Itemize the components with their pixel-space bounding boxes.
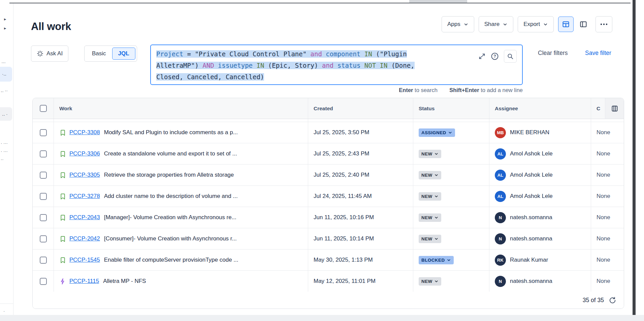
- view-toggle-group: [558, 17, 591, 32]
- expand-editor-button[interactable]: [478, 53, 486, 60]
- sidebar-chevron-icon[interactable]: ▸: [4, 17, 6, 21]
- detail-view-button[interactable]: [576, 17, 591, 32]
- jql-line-2: AlletraMP") AND issuetype IN (Epic, Stor…: [156, 60, 468, 71]
- apps-button-label: Apps: [447, 21, 460, 28]
- assignee-name: Amol Ashok Lele: [510, 193, 553, 200]
- row-checkbox[interactable]: [40, 235, 47, 242]
- issue-summary[interactable]: Enable filter of computeServer provision…: [104, 257, 238, 263]
- table-row: PCCP-2042 [Consumer]- Volume Creation wi…: [33, 228, 624, 250]
- assignee-cell: N natesh.somanna: [489, 228, 591, 249]
- share-button[interactable]: Share: [479, 16, 513, 32]
- avatar[interactable]: N: [495, 276, 506, 287]
- status-badge[interactable]: NEW: [419, 192, 441, 201]
- sidebar-ellipsis-icon[interactable]: …: [1, 59, 6, 64]
- issue-summary[interactable]: Alletra MP - NFS: [103, 278, 146, 285]
- issue-summary[interactable]: [Consumer]- Volume Creation with Asynchr…: [104, 235, 237, 242]
- row-checkbox[interactable]: [40, 193, 47, 200]
- status-badge[interactable]: ASSIGNED: [419, 128, 455, 137]
- column-header-status[interactable]: Status: [413, 98, 489, 119]
- issue-key-link[interactable]: PCCP-2042: [69, 235, 100, 242]
- avatar[interactable]: AL: [495, 170, 506, 181]
- apps-button[interactable]: Apps: [442, 16, 474, 32]
- story-icon: [59, 235, 66, 242]
- issue-summary[interactable]: [Manager]- Volume Creation with Asynchro…: [104, 214, 236, 221]
- jql-token: and: [307, 50, 326, 58]
- row-checkbox[interactable]: [40, 257, 47, 264]
- issue-key-link[interactable]: PCCP-3278: [69, 193, 100, 200]
- table-row: PCCP-3278 Add cluster name to the descri…: [33, 186, 624, 207]
- sidebar-item-fragment: ·: [3, 309, 5, 313]
- sidebar-chevron-icon[interactable]: ▸: [4, 26, 6, 30]
- table-row: PCCP-3305 Retrieve the storage propertie…: [33, 165, 624, 186]
- issue-summary[interactable]: Add cluster name to the description of v…: [104, 193, 238, 200]
- assignee-cell: N natesh.somanna: [489, 271, 591, 292]
- created-cell: Jul 24, 2025, 11:45 AM: [308, 186, 413, 207]
- row-checkbox[interactable]: [40, 214, 47, 221]
- status-badge[interactable]: NEW: [419, 235, 441, 243]
- ask-ai-button[interactable]: Ask AI: [31, 46, 68, 62]
- jql-search-button[interactable]: [504, 50, 517, 63]
- configure-columns-button[interactable]: [605, 98, 624, 119]
- assignee-name: Amol Ashok Lele: [510, 150, 553, 157]
- table-view-button[interactable]: [558, 17, 574, 32]
- status-badge[interactable]: NEW: [419, 171, 441, 179]
- jql-editor[interactable]: Project = "Private Cloud Control Plane" …: [150, 45, 523, 85]
- work-cell: PCCP-3305 Retrieve the storage propertie…: [54, 165, 308, 185]
- avatar[interactable]: N: [495, 212, 506, 223]
- sidebar-item-fragment: · ···: [1, 141, 8, 145]
- status-cell: ASSIGNED: [413, 122, 489, 143]
- mode-basic-button[interactable]: Basic: [86, 50, 112, 57]
- side-panel-view-icon: [579, 20, 587, 28]
- avatar[interactable]: N: [495, 233, 506, 244]
- status-badge[interactable]: NEW: [419, 213, 441, 222]
- jql-token: NOT IN: [364, 62, 388, 69]
- status-badge[interactable]: NEW: [419, 277, 441, 286]
- column-header-extra[interactable]: C: [591, 98, 624, 119]
- issue-key-link[interactable]: PCCP-1115: [69, 278, 99, 285]
- created-cell: Jul 25, 2025, 3:50 PM: [308, 122, 413, 143]
- sidebar-cutoff: ▸ ▸ … ·‥ ‥ ·· ‥ · · ··· · ··· ·· ·: [0, 3, 13, 315]
- status-cell: NEW: [413, 143, 489, 164]
- status-badge[interactable]: NEW: [419, 150, 441, 158]
- jql-token: Closed, Canceled, Cancelled): [156, 73, 264, 81]
- clear-filters-button[interactable]: Clear filters: [538, 50, 568, 57]
- issue-key-link[interactable]: PCCP-2043: [69, 214, 100, 221]
- created-cell: Jul 25, 2025, 2:43 PM: [308, 143, 413, 164]
- column-header-created[interactable]: Created: [308, 98, 413, 119]
- row-checkbox[interactable]: [40, 150, 47, 157]
- avatar[interactable]: RK: [495, 255, 506, 266]
- column-header-work[interactable]: Work: [54, 98, 308, 119]
- issue-summary[interactable]: Retrieve the storage properties from All…: [104, 172, 234, 178]
- created-cell: May 30, 2025, 1:13 PM: [308, 250, 413, 270]
- story-icon: [59, 150, 66, 157]
- issue-summary[interactable]: Create a standalone volume and export it…: [104, 150, 237, 157]
- row-checkbox[interactable]: [40, 278, 47, 285]
- avatar[interactable]: AL: [495, 191, 506, 202]
- issue-summary[interactable]: Modify SAL and Plugin to include comment…: [104, 129, 238, 136]
- row-select-cell: [33, 122, 54, 143]
- row-checkbox[interactable]: [40, 172, 47, 179]
- jql-editor-icons: ?: [478, 50, 517, 63]
- jql-token: ("Plugin: [372, 50, 407, 58]
- created-value: Jun 11, 2025, 10:14 PM: [314, 235, 374, 242]
- jql-help-button[interactable]: ?: [491, 52, 499, 60]
- export-button[interactable]: Export: [518, 16, 554, 32]
- column-header-assignee[interactable]: Assignee: [489, 98, 591, 119]
- row-checkbox[interactable]: [40, 129, 47, 136]
- issue-key-link[interactable]: PCCP-1545: [69, 257, 100, 263]
- mode-jql-button[interactable]: JQL: [112, 48, 135, 60]
- chevron-down-icon: [543, 22, 548, 27]
- issue-key-link[interactable]: PCCP-3306: [69, 150, 100, 157]
- jql-token: =: [183, 50, 195, 58]
- refresh-button[interactable]: [609, 296, 616, 304]
- status-badge[interactable]: BLOCKED: [419, 256, 454, 264]
- avatar[interactable]: AL: [495, 148, 506, 159]
- avatar[interactable]: MB: [495, 127, 506, 138]
- issue-key-link[interactable]: PCCP-3308: [69, 129, 100, 136]
- more-actions-button[interactable]: [595, 16, 612, 32]
- save-filter-button[interactable]: Save filter: [585, 50, 611, 57]
- page-title: All work: [31, 21, 71, 33]
- issue-key-link[interactable]: PCCP-3305: [69, 172, 100, 178]
- select-all-checkbox[interactable]: [40, 105, 47, 112]
- jql-token: IN: [364, 50, 372, 58]
